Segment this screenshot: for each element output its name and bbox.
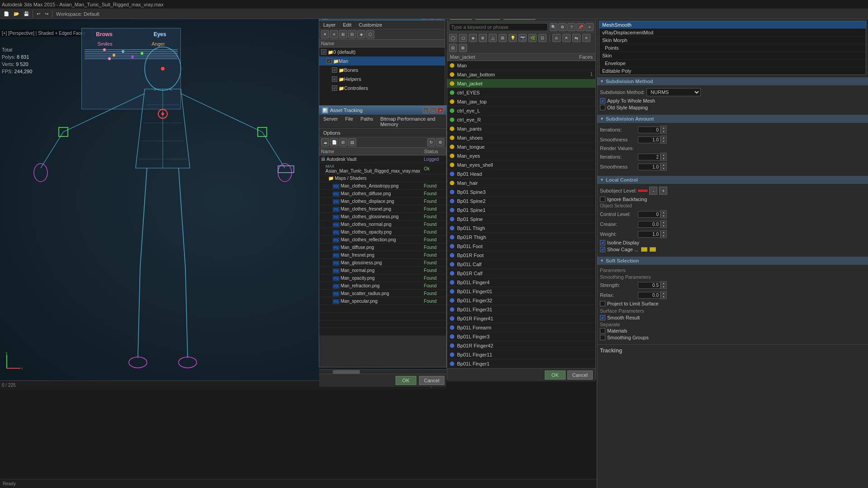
render-iter-down[interactable]: ▼ xyxy=(661,157,666,160)
layer-item-man[interactable]: 📁 Man xyxy=(319,56,445,66)
method-dropdown[interactable]: NURMS xyxy=(646,88,701,96)
render-smooth-arrows[interactable]: ▲ ▼ xyxy=(660,163,667,171)
asset-cancel-btn[interactable]: Cancel xyxy=(419,376,444,385)
layer-menu-layer[interactable]: Layer xyxy=(322,22,337,28)
render-smooth-down[interactable]: ▼ xyxy=(661,167,666,170)
asset-max-btn[interactable]: □ xyxy=(430,107,436,113)
asset-menu-paths[interactable]: Paths xyxy=(359,116,374,127)
level-increment[interactable]: + xyxy=(659,187,667,195)
scene-icon-15[interactable]: ⊟ xyxy=(449,44,457,52)
ctrl-level-down[interactable]: ▼ xyxy=(661,214,666,218)
relax-down[interactable]: ▼ xyxy=(661,295,666,299)
isoline-checkbox[interactable] xyxy=(600,240,605,245)
scene-icon-13[interactable]: ⇆ xyxy=(572,34,580,42)
cage-color-swatch-1[interactable] xyxy=(641,247,647,252)
smoothness-spinner[interactable]: 1.0 ▲ ▼ xyxy=(638,136,667,144)
toolbar-icon-save[interactable]: 💾 xyxy=(22,10,31,17)
asset-toolbar-settings[interactable]: ⚙ xyxy=(436,138,444,146)
scene-object-ctrl-eyes[interactable]: ctrl_EYES xyxy=(447,88,595,97)
scene-ok-btn[interactable]: OK xyxy=(545,371,566,380)
crease-input[interactable]: 0.0 xyxy=(638,221,660,228)
ignore-backfacing-checkbox[interactable] xyxy=(600,197,605,202)
scene-search-input[interactable] xyxy=(449,23,548,31)
scene-icon-14[interactable]: ≡ xyxy=(582,34,590,42)
asset-menu-file[interactable]: File xyxy=(344,116,354,127)
scene-pin-btn[interactable]: 📌 xyxy=(576,23,585,31)
scene-close-small-btn[interactable]: × xyxy=(585,23,594,31)
layer-toolbar-btn1[interactable]: ✕ xyxy=(321,30,329,38)
layer-tree[interactable]: 📁 0 (default) 📁 Man 📁 Bones 📁 Helpers 📁 … xyxy=(319,47,445,106)
render-iterations-spinner[interactable]: 2 ▲ ▼ xyxy=(638,153,667,161)
asset-menu-bitmap[interactable]: Bitmap Performance and Memory xyxy=(379,116,443,127)
smoothness-down[interactable]: ▼ xyxy=(661,140,666,143)
scene-icon-11[interactable]: ⧈ xyxy=(552,34,561,42)
scene-object-man-hair[interactable]: Man_hair xyxy=(447,178,595,188)
iterations-up[interactable]: ▲ xyxy=(661,126,666,130)
scene-object-jaw-top[interactable]: Man_jaw_top xyxy=(447,97,595,106)
layer-menu-edit[interactable]: Edit xyxy=(342,22,353,28)
toolbar-undo[interactable]: ↩ xyxy=(35,10,42,17)
table-row[interactable]: PS Man_glossiness.pngFound xyxy=(319,259,446,267)
scene-settings-btn[interactable]: ⚙ xyxy=(558,23,566,31)
relax-up[interactable]: ▲ xyxy=(661,291,666,295)
table-row[interactable]: PS Man_fresnel.pngFound xyxy=(319,251,446,259)
scene-object-l-foot[interactable]: Bp01L Foot xyxy=(447,242,595,251)
crease-up[interactable]: ▲ xyxy=(661,221,666,224)
scene-cancel-btn[interactable]: Cancel xyxy=(567,371,593,380)
layer-toolbar-btn6[interactable]: ⬡ xyxy=(366,30,374,38)
asset-col-name[interactable]: Name xyxy=(319,148,422,155)
scene-object-eyes[interactable]: Man_eyes xyxy=(447,151,595,160)
asset-min-btn[interactable]: – xyxy=(423,107,429,113)
render-smooth-spinner[interactable]: 1.0 ▲ ▼ xyxy=(638,163,667,171)
asset-toolbar-btn2[interactable]: 📄 xyxy=(330,138,338,146)
section-soft-selection[interactable]: ▼ Soft Selection xyxy=(597,257,868,265)
scene-icon-7[interactable]: 💡 xyxy=(509,34,517,42)
layer-toolbar-btn2[interactable]: ≡ xyxy=(330,30,338,38)
scene-icon-12[interactable]: ✕ xyxy=(562,34,571,42)
scene-object-r-finger42[interactable]: Bp01R Finger42 xyxy=(447,341,595,350)
table-row[interactable]: PS Man_clothes_reflection.pngFound xyxy=(319,236,446,244)
scene-object-eyes-shell[interactable]: Man_eyes_shell xyxy=(447,160,595,169)
table-row[interactable]: PS Man_clothes_displace.pngFound xyxy=(319,197,446,205)
scene-icon-4[interactable]: ⊕ xyxy=(479,34,487,42)
modifier-list-box[interactable]: MeshSmooth vRayDisplacementMod Skin Morp… xyxy=(599,21,866,75)
layer-item-controllers[interactable]: 📁 Controllers xyxy=(319,84,445,93)
scene-object-bp01-spine3[interactable]: Bp01 Spine3 xyxy=(447,188,595,197)
strength-spinner[interactable]: 0.5 ▲ ▼ xyxy=(638,281,667,289)
weight-input[interactable]: 1.0 xyxy=(638,231,660,238)
scene-object-ctrl-eye-l[interactable]: ctrl_eye_L xyxy=(447,106,595,115)
scene-object-bp01-spine1[interactable]: Bp01 Spine1 xyxy=(447,206,595,215)
layer-toolbar-btn3[interactable]: ⊞ xyxy=(339,30,347,38)
section-subdivision-method[interactable]: ▼ Subdivision Method xyxy=(597,77,868,85)
scene-object-l-thigh[interactable]: Bp01L Thigh xyxy=(447,224,595,233)
modifier-entry-points[interactable]: Points xyxy=(599,44,866,52)
control-level-input[interactable]: 0 xyxy=(638,211,660,218)
control-level-arrows[interactable]: ▲ ▼ xyxy=(660,210,667,218)
asset-col-status[interactable]: Status xyxy=(422,148,446,155)
table-row[interactable]: PS Man_clothes_fresnel.pngFound xyxy=(319,205,446,213)
smoothing-groups-checkbox[interactable] xyxy=(600,335,605,340)
layer-menu-customize[interactable]: Customize xyxy=(358,22,384,28)
scene-icon-8[interactable]: 📷 xyxy=(519,34,527,42)
scene-object-r-foot[interactable]: Bp01R Foot xyxy=(447,251,595,260)
scene-object-l-calf[interactable]: Bp01L Calf xyxy=(447,260,595,269)
section-local-control[interactable]: ▼ Local Control xyxy=(597,176,868,184)
table-row[interactable]: PS Man_opacity.pngFound xyxy=(319,274,446,282)
scene-object-bp01-spine2[interactable]: Bp01 Spine2 xyxy=(447,197,595,206)
show-cage-checkbox[interactable] xyxy=(600,247,605,252)
layer-toolbar-btn5[interactable]: ◈ xyxy=(357,30,365,38)
asset-scrollbar[interactable] xyxy=(319,369,446,374)
layer-checkbox-bones[interactable] xyxy=(332,67,337,73)
strength-input[interactable]: 0.5 xyxy=(638,282,660,289)
cage-color-swatch-2[interactable] xyxy=(650,247,656,252)
scene-object-l-finger31[interactable]: Bp01L Finger31 xyxy=(447,305,595,314)
scene-icon-10[interactable]: ⊡ xyxy=(538,34,547,42)
scene-object-bp01-head[interactable]: Bp01 Head xyxy=(447,169,595,178)
scene-object-man[interactable]: Man xyxy=(447,61,595,70)
scene-object-r-calf[interactable]: Bp01R Calf xyxy=(447,269,595,278)
toolbar-redo[interactable]: ↪ xyxy=(43,10,50,17)
modifier-entry-skinmorph[interactable]: Skin Morph xyxy=(599,37,866,44)
scene-object-l-finger4[interactable]: Bp01L Finger4 xyxy=(447,278,595,287)
modifier-entry-meshsmooth[interactable]: MeshSmooth xyxy=(599,21,866,29)
scene-object-l-finger32[interactable]: Bp01L Finger32 xyxy=(447,296,595,305)
